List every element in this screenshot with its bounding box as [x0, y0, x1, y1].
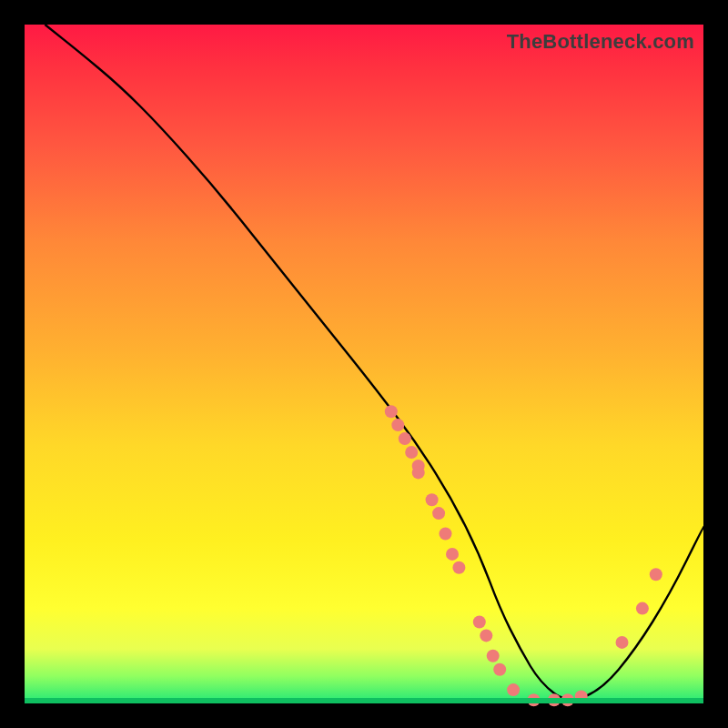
- bottom-accent: [25, 698, 703, 703]
- data-marker: [493, 663, 506, 676]
- data-marker: [440, 528, 452, 541]
- data-marker: [616, 636, 629, 649]
- chart-svg: [25, 25, 703, 703]
- data-marker: [446, 548, 459, 561]
- data-marker: [452, 561, 465, 574]
- plot-area: TheBottleneck.com: [25, 25, 703, 703]
- data-marker: [487, 650, 500, 662]
- watermark-text: TheBottleneck.com: [507, 30, 694, 54]
- data-marker: [391, 419, 404, 431]
- data-marker: [473, 616, 486, 629]
- data-marker: [426, 493, 439, 506]
- data-marker: [432, 507, 445, 520]
- data-marker: [507, 683, 520, 696]
- marker-group: [385, 405, 662, 706]
- data-marker: [636, 602, 649, 615]
- data-marker: [399, 432, 411, 445]
- data-marker: [650, 568, 662, 581]
- data-marker: [480, 629, 492, 642]
- data-marker: [385, 405, 398, 418]
- data-marker: [405, 446, 418, 459]
- data-marker: [412, 466, 425, 479]
- bottleneck-curve: [45, 25, 703, 700]
